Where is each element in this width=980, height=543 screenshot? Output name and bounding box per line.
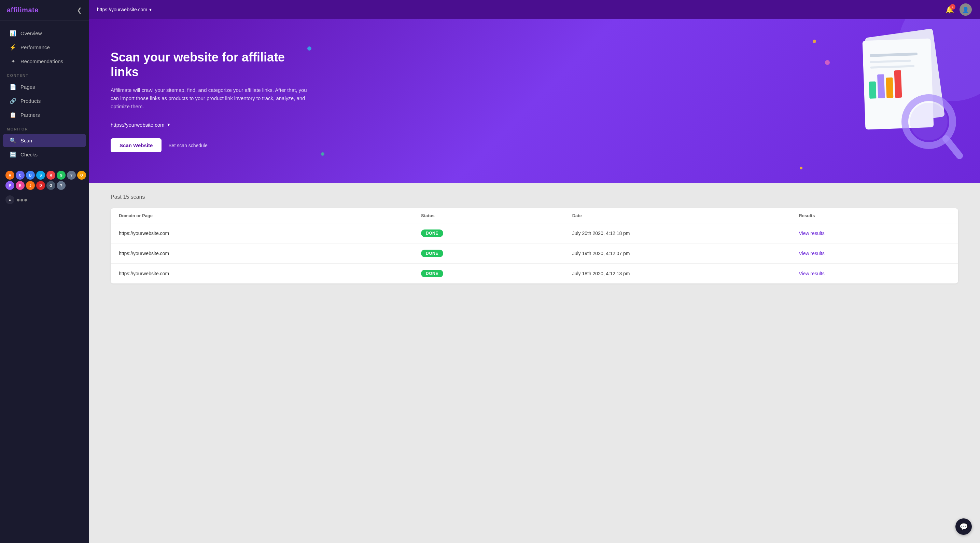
partner-icon-r2[interactable]: R (16, 181, 25, 190)
sidebar-item-partners[interactable]: 📋 Partners (3, 108, 86, 122)
decorative-dot (321, 152, 325, 156)
notification-badge: 1 (950, 4, 955, 10)
hero-description: Affilimate will crawl your sitemap, find… (111, 86, 315, 111)
set-scan-schedule-button[interactable]: Set scan schedule (168, 143, 207, 148)
col-header-domain: Domain or Page (119, 213, 421, 218)
hero-url-select[interactable]: https://yourwebsite.com ▾ (111, 122, 170, 130)
svg-rect-6 (877, 74, 885, 98)
partners-grid: ACBSRG?OPRJDG? (0, 167, 89, 193)
recommendations-icon: ✦ (10, 58, 16, 65)
col-header-status: Status (421, 213, 572, 218)
logo-text: affilimate (7, 6, 38, 14)
partner-icon-q2[interactable]: ? (57, 181, 65, 190)
partner-icon-dark[interactable]: D (36, 181, 45, 190)
scan-date: July 19th 2020, 4:12:07 pm (572, 251, 799, 256)
scans-section: Past 15 scans Domain or Page Status Date… (89, 183, 980, 543)
hero-content: Scan your website for affiliate links Af… (111, 50, 315, 152)
sidebar-item-label: Partners (21, 112, 40, 118)
partners-more-row: ● ●●● (0, 193, 89, 210)
svg-line-11 (946, 139, 959, 156)
view-results-link[interactable]: View results (799, 231, 950, 236)
status-badge: DONE (421, 250, 443, 257)
partner-icon-orange2[interactable]: O (77, 171, 86, 180)
main-content: https://yourwebsite.com ▾ 🔔 1 👤 Scan you… (89, 0, 980, 543)
notifications-button[interactable]: 🔔 1 (945, 5, 954, 14)
partner-icon-p2[interactable]: P (5, 181, 14, 190)
user-avatar[interactable]: 👤 (959, 3, 972, 16)
chat-button[interactable]: 💬 (955, 518, 972, 535)
status-badge: DONE (421, 270, 443, 277)
sidebar-item-label: Checks (21, 151, 38, 158)
scan-domain: https://yourwebsite.com (119, 271, 421, 276)
col-header-results: Results (799, 213, 950, 218)
monitor-section-label: MONITOR (0, 122, 89, 133)
partners-icon: 📋 (10, 111, 16, 118)
view-results-link[interactable]: View results (799, 251, 950, 256)
collapse-icon: ❮ (77, 7, 82, 14)
hero-title: Scan your website for affiliate links (111, 50, 315, 79)
hero-section: Scan your website for affiliate links Af… (89, 19, 980, 183)
chat-icon: 💬 (959, 522, 968, 531)
app-logo: affilimate (7, 6, 38, 14)
sidebar-nav: 📊 Overview ⚡ Performance ✦ Recommendatio… (0, 21, 89, 167)
sidebar-item-scan[interactable]: 🔍 Scan (3, 134, 86, 147)
col-header-date: Date (572, 213, 799, 218)
scan-icon: 🔍 (10, 137, 16, 144)
table-row: https://yourwebsite.com DONE July 19th 2… (111, 244, 958, 264)
partner-icon-b[interactable]: B (26, 171, 35, 180)
hero-url-label: https://yourwebsite.com (111, 122, 165, 128)
topbar-actions: 🔔 1 👤 (945, 3, 972, 16)
avatar-icon: 👤 (962, 6, 969, 13)
partner-more-circle[interactable]: ● (5, 195, 14, 204)
more-partners-icon[interactable]: ●●● (16, 196, 28, 204)
sidebar-item-recommendations[interactable]: ✦ Recommendations (3, 55, 86, 68)
scan-domain: https://yourwebsite.com (119, 251, 421, 256)
scan-website-button[interactable]: Scan Website (111, 138, 162, 152)
sidebar-item-label: Overview (21, 30, 42, 36)
hero-url-dropdown-icon: ▾ (167, 122, 170, 128)
sidebar-item-label: Performance (21, 45, 50, 50)
scan-date: July 18th 2020, 4:12:13 pm (572, 271, 799, 276)
topbar-url-selector[interactable]: https://yourwebsite.com ▾ (97, 7, 152, 12)
sidebar: affilimate ❮ 📊 Overview ⚡ Performance ✦ … (0, 0, 89, 543)
sidebar-item-label: Scan (21, 138, 32, 143)
sidebar-item-label: Recommendations (21, 58, 63, 64)
sidebar-item-label: Products (21, 98, 41, 104)
scans-table: Domain or Page Status Date Results https… (111, 208, 958, 283)
partner-icon-g[interactable]: G (57, 171, 65, 180)
performance-icon: ⚡ (10, 44, 16, 51)
overview-icon: 📊 (10, 30, 16, 37)
hero-illustration (837, 26, 966, 169)
partner-icon-red[interactable]: R (46, 171, 55, 180)
hero-actions: Scan Website Set scan schedule (111, 138, 315, 152)
scans-section-title: Past 15 scans (111, 194, 958, 200)
sidebar-item-checks[interactable]: 🔄 Checks (3, 148, 86, 161)
sidebar-item-pages[interactable]: 📄 Pages (3, 80, 86, 94)
decorative-dot (813, 40, 816, 43)
svg-rect-8 (894, 70, 902, 98)
scan-domain: https://yourwebsite.com (119, 231, 421, 236)
decorative-dot (825, 60, 830, 65)
sidebar-item-overview[interactable]: 📊 Overview (3, 27, 86, 40)
partner-icon-cj[interactable]: C (16, 171, 25, 180)
status-badge: DONE (421, 229, 443, 237)
topbar: https://yourwebsite.com ▾ 🔔 1 👤 (89, 0, 980, 19)
view-results-link[interactable]: View results (799, 271, 950, 276)
topbar-url-text: https://yourwebsite.com (97, 7, 147, 12)
content-section-label: CONTENT (0, 68, 89, 80)
svg-point-10 (910, 103, 948, 140)
sidebar-item-performance[interactable]: ⚡ Performance (3, 41, 86, 54)
partner-icon-j[interactable]: J (26, 181, 35, 190)
sidebar-item-products[interactable]: 🔗 Products (3, 94, 86, 108)
partner-icon-skimlinks[interactable]: S (36, 171, 45, 180)
table-row: https://yourwebsite.com DONE July 18th 2… (111, 264, 958, 283)
sidebar-header: affilimate ❮ (0, 0, 89, 21)
partner-icon-amazon[interactable]: A (5, 171, 14, 180)
partner-icon-q[interactable]: ? (67, 171, 76, 180)
table-row: https://yourwebsite.com DONE July 20th 2… (111, 223, 958, 244)
checks-icon: 🔄 (10, 151, 16, 158)
partner-icon-g2[interactable]: G (46, 181, 55, 190)
sidebar-collapse-button[interactable]: ❮ (77, 6, 82, 14)
pages-icon: 📄 (10, 84, 16, 90)
products-icon: 🔗 (10, 98, 16, 104)
